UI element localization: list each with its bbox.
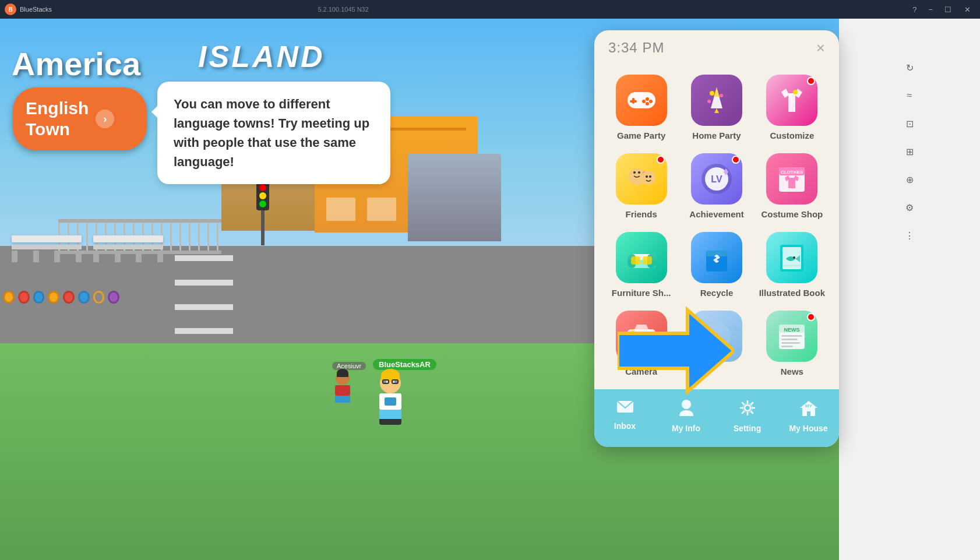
- sidebar-btn-1[interactable]: ↻: [899, 57, 920, 78]
- menu-item-friends[interactable]: Friends: [604, 146, 679, 225]
- furniture-shop-label: Furniture Sh...: [612, 288, 671, 298]
- bike-5: [63, 291, 75, 304]
- bench-1: [12, 235, 82, 262]
- costume-shop-emoji: CLOTHES: [766, 153, 817, 205]
- inbox-label: Inbox: [614, 421, 636, 431]
- crosswalk: [175, 246, 233, 343]
- svg-point-4: [646, 97, 649, 101]
- bike-6: [78, 291, 90, 304]
- sidebar-btn-7[interactable]: ⋮: [899, 225, 920, 246]
- svg-point-58: [745, 405, 750, 411]
- svg-point-20: [646, 175, 648, 178]
- app-logo: B: [5, 3, 16, 15]
- setting-label: Setting: [734, 424, 761, 433]
- region-text: America: [12, 45, 140, 83]
- svg-rect-33: [631, 256, 640, 265]
- bluestacks-sidebar: ↻ ≈ ⊡ ⊞ ⊕ ⚙ ⋮: [839, 19, 980, 560]
- speech-bubble-text: You can move to different language towns…: [174, 97, 369, 169]
- my-info-icon: [678, 399, 695, 421]
- menu-time: 3:34 PM: [608, 40, 664, 56]
- svg-marker-0: [618, 310, 734, 392]
- recycle-label: Recycle: [700, 288, 734, 298]
- bike-7: [93, 291, 105, 304]
- npc-name: Acesiuvr: [332, 362, 366, 370]
- bike-3: [33, 291, 45, 304]
- svg-point-5: [649, 100, 653, 103]
- titlebar-controls: ? − ☐ ✕: [909, 4, 975, 15]
- menu-item-game-party[interactable]: Game Party: [604, 68, 679, 146]
- svg-point-21: [649, 175, 651, 178]
- minimize-icon[interactable]: −: [925, 4, 936, 15]
- game-party-label: Game Party: [617, 131, 665, 140]
- svg-rect-3: [630, 100, 637, 103]
- player-head: [380, 372, 401, 393]
- close-icon[interactable]: ✕: [960, 4, 975, 15]
- svg-point-7: [642, 100, 646, 103]
- sidebar-btn-6[interactable]: ⚙: [899, 197, 920, 218]
- info-icon[interactable]: ?: [909, 4, 920, 15]
- menu-item-illustrated-book[interactable]: Illustrated Book: [755, 225, 830, 304]
- building-3: [408, 154, 501, 241]
- achievement-icon: LV: [691, 153, 742, 205]
- menu-close-button[interactable]: ×: [816, 40, 825, 55]
- svg-point-10: [710, 91, 714, 96]
- svg-point-17: [633, 171, 636, 174]
- achievement-notif: [732, 156, 740, 164]
- svg-text:CLOTHES: CLOTHES: [781, 170, 803, 175]
- player-character: BlueStacksAR: [373, 359, 436, 419]
- svg-point-6: [646, 102, 649, 105]
- illustrated-book-icon: [766, 232, 817, 283]
- maximize-icon[interactable]: ☐: [941, 4, 955, 15]
- costume-shop-icon: CLOTHES: [766, 153, 817, 205]
- menu-item-customize[interactable]: Customize: [755, 68, 830, 146]
- sidebar-btn-5[interactable]: ⊕: [899, 169, 920, 190]
- svg-text:NEWS: NEWS: [784, 327, 800, 333]
- sidebar-btn-2[interactable]: ≈: [899, 85, 920, 106]
- bottom-setting[interactable]: Setting: [717, 394, 778, 438]
- svg-point-57: [682, 400, 691, 409]
- game-party-icon: [616, 75, 667, 126]
- svg-marker-9: [714, 87, 720, 97]
- bike-8: [108, 291, 119, 304]
- bike-1: [3, 291, 15, 304]
- menu-item-news[interactable]: NEWS News: [755, 304, 830, 382]
- inbox-icon: [616, 399, 634, 419]
- svg-marker-13: [714, 108, 719, 113]
- menu-item-home-party[interactable]: Home Party: [679, 68, 754, 146]
- menu-item-furniture-shop[interactable]: Furniture Sh...: [604, 225, 679, 304]
- menu-item-costume-shop[interactable]: CLOTHES Costume Shop: [755, 146, 830, 225]
- illustrated-book-emoji: [766, 232, 817, 283]
- svg-rect-54: [781, 342, 800, 344]
- svg-point-12: [707, 100, 711, 103]
- tl-green: [259, 200, 266, 207]
- titlebar-version: 5.2.100.1045 N32: [318, 6, 613, 13]
- home-party-icon: [691, 75, 742, 126]
- bikes-area: [3, 257, 119, 304]
- svg-point-18: [638, 171, 640, 174]
- island-text: ISLAND: [198, 39, 325, 74]
- menu-item-achievement[interactable]: LV Achievement: [679, 146, 754, 225]
- recycle-emoji: [691, 232, 742, 283]
- bottom-my-info[interactable]: My Info: [655, 394, 717, 438]
- customize-icon: [766, 75, 817, 126]
- bottom-my-house[interactable]: MY My House: [778, 394, 839, 438]
- game-party-emoji: [616, 75, 667, 126]
- svg-point-39: [793, 256, 795, 259]
- news-label: News: [781, 367, 803, 376]
- news-icon: NEWS: [766, 311, 817, 362]
- my-house-label: My House: [789, 424, 827, 433]
- traffic-light: [256, 181, 269, 245]
- english-town-arrow: ›: [96, 110, 114, 128]
- menu-header: 3:34 PM ×: [594, 30, 839, 63]
- svg-rect-53: [781, 339, 798, 340]
- traffic-pole: [261, 210, 265, 245]
- bike-2: [18, 291, 30, 304]
- big-blue-arrow: [618, 304, 734, 400]
- sidebar-btn-3[interactable]: ⊡: [899, 113, 920, 134]
- english-town-label-wrapper: English Town: [26, 98, 89, 140]
- menu-item-recycle[interactable]: Recycle: [679, 225, 754, 304]
- npc-character: Acesiuvr: [332, 362, 366, 397]
- bottom-inbox[interactable]: Inbox: [594, 394, 655, 438]
- sidebar-btn-4[interactable]: ⊞: [899, 141, 920, 162]
- english-town-button[interactable]: English Town ›: [13, 87, 147, 150]
